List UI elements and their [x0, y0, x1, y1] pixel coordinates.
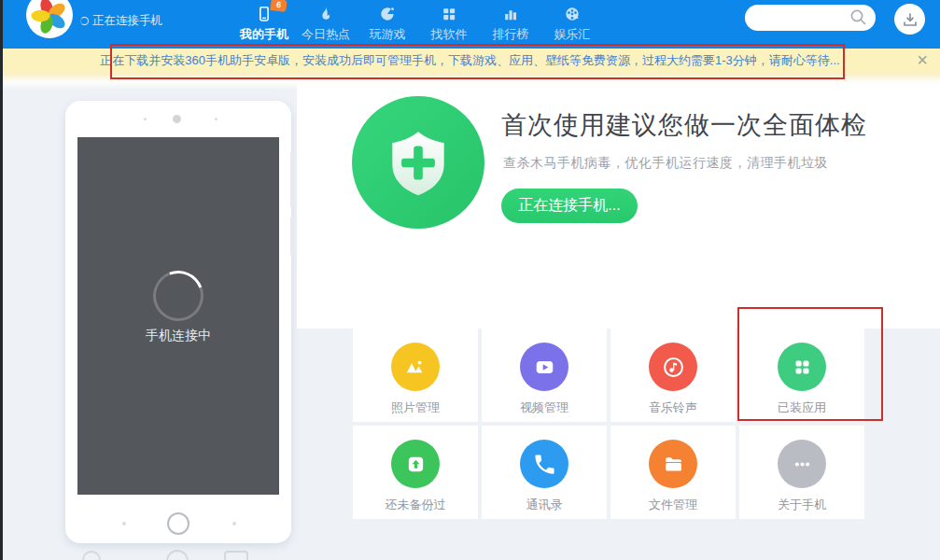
- phone-connecting-label: 手机连接中: [77, 328, 279, 344]
- phone-sensor-dot: [215, 118, 217, 120]
- phone-side-button: [290, 151, 295, 207]
- tab-label: 找软件: [431, 27, 468, 41]
- tile-installed-apps[interactable]: 已装应用: [739, 329, 864, 422]
- tab-label: 今日热点: [302, 27, 350, 41]
- tile-label: 通讯录: [482, 497, 607, 513]
- hero-title: 首次使用建议您做一次全面体检: [501, 108, 867, 142]
- tile-backup[interactable]: 还未备份过: [353, 426, 478, 519]
- tab-games[interactable]: 玩游戏: [357, 0, 418, 49]
- music-icon: [649, 343, 697, 391]
- tile-label: 照片管理: [353, 399, 478, 416]
- tile-label: 已装应用: [739, 399, 864, 416]
- app-logo-icon[interactable]: [26, 0, 73, 38]
- tile-label: 音乐铃声: [610, 399, 736, 416]
- phone-mockup: 手机连接中: [65, 101, 291, 543]
- connecting-spinner-icon: [80, 17, 89, 25]
- game-icon: [357, 5, 418, 26]
- notification-banner: 正在下载并安装360手机助手安卓版，安装成功后即可管理手机，下载游戏、应用、壁纸…: [0, 49, 940, 73]
- cutoff-icon: [166, 550, 189, 560]
- banner-text: 正在下载并安装360手机助手安卓版，安装成功后即可管理手机，下载游戏、应用、壁纸…: [100, 53, 839, 67]
- tab-label: 我的手机: [240, 27, 288, 41]
- tile-contacts[interactable]: 通讯录: [482, 426, 607, 519]
- tab-software[interactable]: 找软件: [418, 0, 480, 49]
- device-name[interactable]: FIG-AL00▾: [82, 0, 152, 3]
- tab-ranking[interactable]: 排行榜: [480, 0, 541, 49]
- download-manager-button[interactable]: [894, 4, 925, 35]
- tab-label: 排行榜: [493, 27, 529, 41]
- window-edge: [0, 0, 3, 560]
- phone-side-button: [290, 217, 295, 256]
- close-icon[interactable]: ×: [917, 47, 928, 73]
- flame-icon: [295, 5, 357, 26]
- tile-label: 视频管理: [482, 399, 607, 416]
- ellipsis-icon: [778, 440, 826, 488]
- tab-today-hot[interactable]: 今日热点: [295, 0, 357, 49]
- tile-label: 还未备份过: [353, 497, 478, 513]
- phone-sensor-dot: [144, 118, 147, 120]
- tab-entertainment[interactable]: 娱乐汇: [541, 0, 603, 49]
- installed-apps-icon: [778, 343, 826, 391]
- cutoff-icon: [224, 551, 248, 560]
- tile-label: 文件管理: [610, 497, 736, 513]
- tile-music[interactable]: 音乐铃声: [610, 329, 736, 422]
- video-icon: [520, 343, 568, 391]
- tile-about[interactable]: 关于手机: [739, 426, 864, 519]
- tab-label: 玩游戏: [370, 27, 406, 41]
- header-bar: FIG-AL00▾ 正在连接手机 我的手机6今日热点玩游戏找软件排行榜娱乐汇: [0, 0, 940, 49]
- tile-photos[interactable]: 照片管理: [353, 329, 478, 422]
- phone-camera-dot: [173, 115, 181, 123]
- phone-nav-dot: [122, 522, 126, 525]
- bar-chart-icon: [480, 5, 541, 26]
- nav-tabs: 我的手机6今日热点玩游戏找软件排行榜娱乐汇: [233, 0, 603, 49]
- tile-label: 关于手机: [739, 497, 864, 513]
- tile-videos[interactable]: 视频管理: [482, 329, 607, 422]
- phone-screen: 手机连接中: [77, 137, 279, 495]
- connection-status: 正在连接手机: [80, 13, 162, 29]
- feature-tiles: 照片管理视频管理音乐铃声已装应用还未备份过通讯录文件管理关于手机: [353, 329, 864, 519]
- backup-icon: [391, 440, 440, 488]
- apps-grid-icon: [418, 5, 480, 26]
- contacts-icon: [520, 440, 568, 488]
- folder-icon: [649, 440, 697, 488]
- chevron-down-icon: ▾: [147, 0, 152, 2]
- notification-badge: 6: [270, 0, 288, 12]
- banner-fade: [0, 73, 940, 90]
- app-window: FIG-AL00▾ 正在连接手机 我的手机6今日热点玩游戏找软件排行榜娱乐汇 正…: [0, 0, 940, 560]
- cutoff-icon: [82, 551, 101, 560]
- tile-files[interactable]: 文件管理: [610, 426, 736, 519]
- search-icon[interactable]: [849, 8, 867, 26]
- phone-nav-dot: [232, 522, 236, 525]
- tab-label: 娱乐汇: [554, 27, 591, 41]
- loading-spinner: [145, 262, 211, 329]
- download-icon: [902, 11, 919, 28]
- health-check-shield-icon: [352, 96, 484, 229]
- photo-icon: [391, 343, 440, 391]
- tab-my-phone[interactable]: 我的手机6: [233, 0, 295, 49]
- film-reel-icon: [541, 5, 603, 26]
- full-checkup-button[interactable]: 正在连接手机...: [501, 189, 638, 223]
- hero-subtitle: 查杀木马手机病毒，优化手机运行速度，清理手机垃圾: [503, 155, 828, 172]
- phone-home-button: [167, 512, 189, 535]
